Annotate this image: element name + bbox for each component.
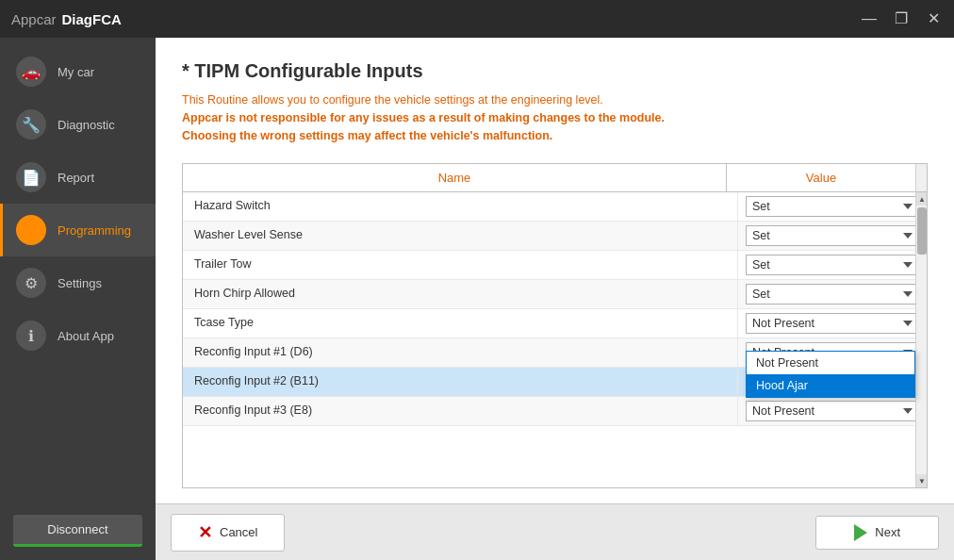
table-header: Name Value (183, 164, 927, 192)
disconnect-button[interactable]: Disconnect (13, 515, 142, 547)
sidebar-item-my-car[interactable]: 🚗 My car (0, 45, 156, 98)
dropdown-overlay: Not Present Hood Ajar (746, 351, 915, 398)
sidebar-label-report: Report (58, 171, 94, 185)
row-name: Hazard Switch (183, 192, 738, 221)
table-body: Hazard Switch Set Not Present Washer Lev… (183, 192, 927, 487)
row-name: Horn Chirp Allowed (183, 280, 738, 308)
table-row: Washer Level Sense Set Not Present (183, 222, 927, 251)
row-name: Tcase Type (183, 309, 738, 338)
config-table: Name Value Hazard Switch Set Not Present (182, 163, 928, 488)
sidebar-item-report[interactable]: 📄 Report (0, 151, 156, 204)
warning-text: This Routine allows you to configure the… (182, 91, 928, 144)
app-body: 🚗 My car 🔧 Diagnostic 📄 Report 🖥 Program… (0, 38, 954, 560)
scroll-up-button[interactable]: ▲ (916, 192, 927, 206)
next-button[interactable]: Next (815, 516, 939, 550)
sidebar-label-about: About App (58, 329, 114, 343)
content-area: * TIPM Configurable Inputs This Routine … (156, 38, 954, 503)
row-name: Reconfig Input #1 (D6) (183, 338, 738, 367)
row-value: Set Not Present (738, 222, 927, 250)
warning-line3: Choosing the wrong settings may affect t… (182, 127, 928, 145)
table-row: Horn Chirp Allowed Set Not Present (183, 280, 927, 309)
about-icon: ℹ (16, 321, 46, 351)
row-value: Not Present Set Hood Ajar (738, 309, 927, 338)
col-header-name: Name (183, 164, 727, 191)
app-name-appcar: Appcar (11, 11, 57, 27)
warning-line1: This Routine allows you to configure the… (182, 93, 603, 107)
hazard-switch-select[interactable]: Set Not Present (746, 196, 919, 217)
row-value: Set Not Present (738, 192, 927, 221)
scroll-thumb[interactable] (917, 207, 927, 255)
sidebar-item-settings[interactable]: ⚙ Settings (0, 256, 156, 309)
programming-icon: 🖥 (16, 215, 46, 245)
window-controls: — ❐ ✕ (860, 11, 943, 26)
restore-button[interactable]: ❐ (892, 11, 911, 26)
row-value: Set Not Present (738, 251, 927, 279)
scroll-down-button[interactable]: ▼ (916, 474, 927, 487)
page-title: * TIPM Configurable Inputs (182, 60, 928, 82)
reconfig-input3-select[interactable]: Not Present Set Hood Ajar (746, 401, 919, 421)
sidebar-label-settings: Settings (58, 276, 102, 290)
row-name: Washer Level Sense (183, 222, 738, 250)
sidebar-item-about[interactable]: ℹ About App (0, 309, 156, 362)
row-value: Set Not Present (738, 280, 927, 308)
table-row: Trailer Tow Set Not Present (183, 251, 927, 280)
row-name: Reconfig Input #2 (B11) (183, 368, 738, 396)
diagnostic-icon: 🔧 (16, 109, 46, 140)
next-label: Next (875, 525, 900, 539)
dropdown-option-hood-ajar[interactable]: Hood Ajar (747, 374, 914, 397)
horn-chirp-select[interactable]: Set Not Present (746, 284, 919, 305)
row-name: Trailer Tow (183, 251, 738, 279)
close-button[interactable]: ✕ (924, 11, 943, 26)
settings-icon: ⚙ (16, 268, 46, 298)
col-header-value: Value (727, 164, 915, 191)
washer-level-select[interactable]: Set Not Present (746, 225, 919, 246)
table-row: Hazard Switch Set Not Present (183, 192, 927, 222)
footer: ✕ Cancel Next (156, 503, 954, 560)
cancel-label: Cancel (220, 525, 257, 539)
cancel-x-icon: ✕ (198, 522, 212, 543)
trailer-tow-select[interactable]: Set Not Present (746, 255, 919, 275)
scrollbar[interactable]: ▲ ▼ (915, 192, 927, 487)
next-arrow-icon (854, 524, 867, 541)
car-icon: 🚗 (16, 57, 46, 87)
title-bar: Appcar DiagFCA — ❐ ✕ (0, 0, 954, 38)
app-name-diagfca: DiagFCA (62, 11, 122, 27)
warning-line2: Appcar is not responsible for any issues… (182, 109, 928, 127)
dropdown-option-not-present[interactable]: Not Present (747, 352, 914, 374)
sidebar-label-programming: Programming (58, 223, 131, 238)
sidebar-disconnect-area: Disconnect (0, 505, 156, 560)
cancel-button[interactable]: ✕ Cancel (171, 514, 285, 552)
table-row: Tcase Type Not Present Set Hood Ajar (183, 309, 927, 338)
row-name: Reconfig Input #3 (E8) (183, 397, 738, 425)
sidebar-label-diagnostic: Diagnostic (58, 118, 115, 132)
row-value: Not Present Set Hood Ajar (738, 397, 927, 425)
report-icon: 📄 (16, 162, 46, 192)
main-content: * TIPM Configurable Inputs This Routine … (156, 38, 954, 560)
app-title: Appcar DiagFCA (11, 11, 122, 27)
sidebar-label-my-car: My car (58, 65, 94, 79)
sidebar-item-programming[interactable]: 🖥 Programming (0, 204, 156, 256)
table-row: Reconfig Input #3 (E8) Not Present Set H… (183, 397, 927, 426)
sidebar: 🚗 My car 🔧 Diagnostic 📄 Report 🖥 Program… (0, 38, 156, 560)
tcase-type-select[interactable]: Not Present Set Hood Ajar (746, 313, 919, 334)
minimize-button[interactable]: — (860, 11, 879, 26)
sidebar-item-diagnostic[interactable]: 🔧 Diagnostic (0, 98, 156, 151)
